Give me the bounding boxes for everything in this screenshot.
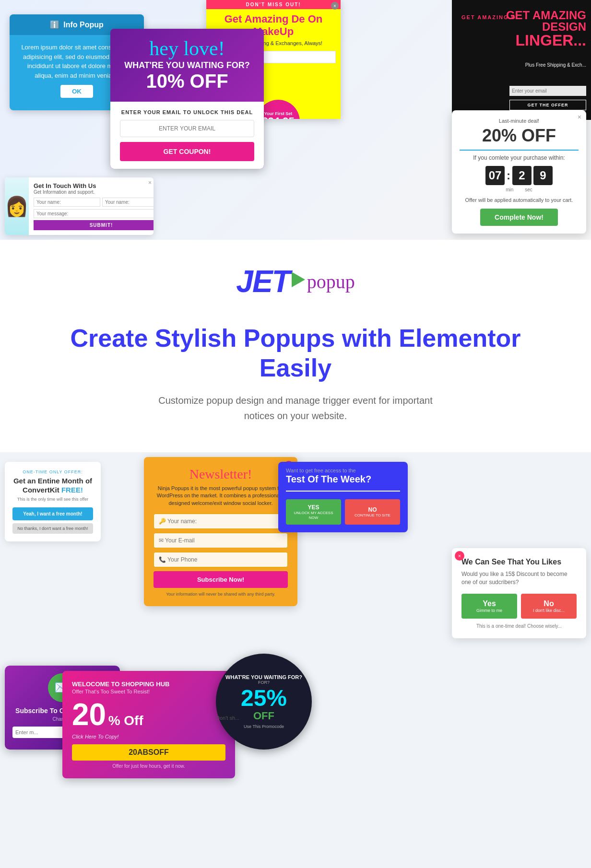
hero-section: Create Stylish Popups with Elementor Eas… <box>0 314 591 452</box>
test-week-yes-label: YES <box>307 504 319 511</box>
we-can-see-popup: We Can See That You Likes Would you like… <box>452 548 586 639</box>
top-banner: ℹ️ Info Popup Lorem ipsum dolor sit amet… <box>0 0 591 240</box>
heylove-script: hey love! <box>120 38 254 59</box>
heylove-tagline: WHAT'RE YOU WAITING FOR? <box>120 60 254 70</box>
contact-title: Get In Touch With Us <box>34 182 154 189</box>
lastminute-timer: 07 : 2 9 <box>460 166 579 185</box>
lastminute-note: Offer will be applied automatically to y… <box>460 197 579 203</box>
convertkit-free-text: FREE! <box>61 486 83 494</box>
timer-labels: min sec <box>460 187 579 192</box>
we-can-see-buttons: Yes Gimme to me × No I don't like disc..… <box>461 594 577 619</box>
heylove-coupon-button[interactable]: GET COUPON! <box>120 142 254 161</box>
lingerie-sub: Plus Free Shipping & Exch... <box>525 62 586 68</box>
shopping-hub-welcome: WELОCOME TO SHOPPING HUB <box>72 680 225 688</box>
contact-content: × Get In Touch With Us Get Information a… <box>29 177 154 235</box>
contact-popup: 👩 × Get In Touch With Us Get Information… <box>5 177 154 235</box>
contact-image: 👩 <box>5 177 29 235</box>
makeup-close-button[interactable]: × <box>331 2 339 10</box>
makeup-badge-price: $24.95 <box>262 116 294 119</box>
test-week-divider <box>286 491 400 492</box>
lastminute-close-button[interactable]: × <box>578 113 581 121</box>
contact-subtitle: Get Information and support. <box>34 189 154 195</box>
newsletter-email-input[interactable] <box>154 533 288 548</box>
convertkit-yes-button[interactable]: Yeah, I want a free month! <box>12 507 93 520</box>
newsletter-phone-input[interactable] <box>154 552 288 567</box>
contact-submit-button[interactable]: SUBMIT! <box>34 220 154 230</box>
contact-message-input[interactable] <box>34 209 154 218</box>
timer-min-label: min <box>506 187 513 192</box>
logo-popup-text: popup <box>307 270 355 293</box>
lastminute-deal-label: Last-minute deal! <box>460 118 579 124</box>
lingerie-offer-button[interactable]: GET THE OFFER <box>509 100 586 110</box>
convertkit-desc: This is the only time will see this offe… <box>12 497 93 502</box>
we-can-see-close-button[interactable]: × <box>455 551 464 561</box>
hero-description: Customize popup design and manage trigge… <box>152 393 439 423</box>
shopping-hub-off: % Off <box>108 713 143 728</box>
shopping-hub-click: Click Here To Copy! <box>72 734 225 739</box>
logo-jet-text: JET <box>236 264 289 299</box>
lingerie-email-input[interactable] <box>509 86 586 96</box>
lastminute-complete-button[interactable]: Complete Now! <box>480 209 558 226</box>
shopping-hub-popup: WELОCOME TO SHOPPING HUB Offer That's To… <box>62 671 235 778</box>
info-ok-button[interactable]: OK <box>60 85 93 98</box>
test-week-yes-sub: UNLOCK MY ACCESS NOW <box>289 511 338 520</box>
promo-25off-off: OFF <box>253 710 274 722</box>
convertkit-popup: ONE-TIME ONLY OFFER: Get an Entine Month… <box>5 462 101 541</box>
heylove-top: hey love! WHAT'RE YOU WAITING FOR? 10% O… <box>110 29 264 102</box>
we-can-see-no-sub: I don't like disc... <box>527 608 571 613</box>
contact-name-row <box>34 198 154 207</box>
test-week-want: Want to get free access to the <box>286 468 400 473</box>
contact-name1-input[interactable] <box>34 198 100 207</box>
newsletter-name-input[interactable] <box>154 514 288 529</box>
makeup-dont-miss: DON'T MISS OUT! <box>206 0 341 9</box>
promo-25off-percent: 25% <box>241 687 287 710</box>
convertkit-no-button[interactable]: No thanks, I don't want a free month! <box>12 523 93 534</box>
logo-section: JET popup <box>0 240 591 314</box>
we-can-see-title: We Can See That You Likes <box>461 558 577 566</box>
shopping-hub-few: Offer for just few hours, get it now. <box>72 763 225 769</box>
lingerie-get-amazing: GET AMAZING D... <box>461 14 523 20</box>
test-week-buttons: YES UNLOCK MY ACCESS NOW NO CONTINUE TO … <box>278 495 408 533</box>
test-week-popup: Want to get free access to the Test Of T… <box>278 462 408 533</box>
timer-sec1: 2 <box>512 166 532 185</box>
info-icon: ℹ️ <box>50 20 59 29</box>
heylove-popup: hey love! WHAT'RE YOU WAITING FOR? 10% O… <box>110 29 264 169</box>
dont-show-link[interactable]: Don't sh... <box>216 715 239 721</box>
newsletter-popup: × Newsletter! Ninja Popups it is the mos… <box>144 457 297 606</box>
shopping-hub-percent: 20 <box>72 697 106 732</box>
test-week-no-sub: CONTINUE TO SITE <box>348 513 397 518</box>
promo-25off-tagline: WHAT'RE YOU WAITING FOR? <box>225 674 302 680</box>
heylove-email-input[interactable] <box>120 120 254 137</box>
hero-title: Create Stylish Popups with Elementor Eas… <box>48 323 543 383</box>
promo-25off-for: FOR? <box>258 680 270 685</box>
test-week-no-button[interactable]: NO CONTINUE TO SITE <box>345 499 400 525</box>
lastminute-discount: 20% OFF <box>460 126 579 146</box>
we-can-see-no-button[interactable]: No I don't like disc... <box>521 594 577 619</box>
test-week-no-label: NO <box>368 506 377 513</box>
lastminute-divider <box>460 150 579 151</box>
we-can-see-yes-button[interactable]: Yes Gimme to me <box>461 594 517 619</box>
shopping-hub-percent-row: 20 % Off <box>72 699 225 730</box>
test-week-title: Test Of The Week? <box>286 473 400 485</box>
shopping-hub-code: 20ABSOFF <box>72 744 225 761</box>
test-week-yes-button[interactable]: YES UNLOCK MY ACCESS NOW <box>286 499 341 525</box>
contact-close-button[interactable]: × <box>148 179 152 186</box>
info-popup-title: Info Popup <box>63 21 104 29</box>
we-can-see-yes-label: Yes <box>483 599 496 608</box>
promo-25off-popup: WHAT'RE YOU WAITING FOR? FOR? 25% OFF Us… <box>216 654 312 750</box>
convertkit-offer-label: ONE-TIME ONLY OFFER: <box>12 469 93 474</box>
timer-sec2: 9 <box>533 166 553 185</box>
newsletter-desc: Ninja Popups it is the most powerful pop… <box>154 485 288 507</box>
contact-name2-input[interactable] <box>102 198 154 207</box>
newsletter-subscribe-button[interactable]: Subscribe Now! <box>154 571 288 588</box>
timer-min: 07 <box>485 166 505 185</box>
bottom-section: ONE-TIME ONLY OFFER: Get an Entine Month… <box>0 452 591 788</box>
newsletter-title: Newsletter! <box>154 467 288 482</box>
convertkit-title: Get an Entine Month of ConvertKit FREE! <box>12 476 93 495</box>
heylove-discount: 10% OFF <box>120 70 254 92</box>
heylove-unlock-label: ENTER YOUR EMAIL TO UNLOCK THIS DEAL <box>120 109 254 115</box>
timer-sec-label: sec <box>525 187 532 192</box>
shopping-hub-offer: Offer That's Too Sweet To Resist! <box>72 689 225 694</box>
promo-25off-use: Use This Promocode <box>244 724 284 729</box>
we-can-see-no-label: No <box>544 599 554 608</box>
